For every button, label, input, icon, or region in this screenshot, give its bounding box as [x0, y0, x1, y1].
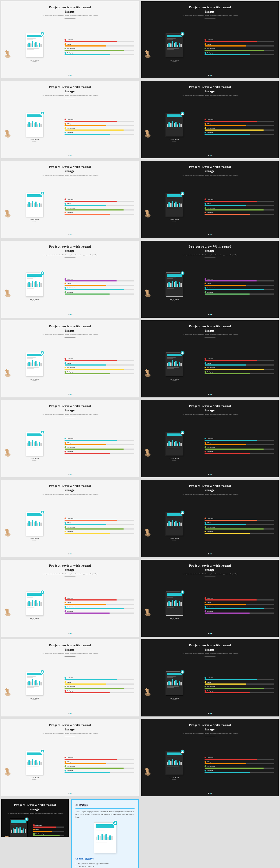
person-name: Martin David — [170, 139, 179, 141]
dot-2-active[interactable] — [209, 234, 211, 236]
skill-item: Developing — [204, 610, 274, 614]
slide-divider — [64, 417, 76, 417]
dot-1[interactable] — [68, 713, 69, 714]
dot-2-active[interactable] — [69, 314, 71, 315]
dot-1[interactable] — [208, 633, 209, 634]
person-title: Developer — [170, 380, 179, 381]
slide-content: Martin David Developer Leader Ship — [146, 339, 274, 393]
person-title: Developer — [170, 699, 179, 700]
dot-3[interactable] — [211, 793, 213, 794]
dot-2-active[interactable] — [209, 394, 211, 395]
person-name: Martin David — [30, 299, 39, 300]
dot-1[interactable] — [208, 474, 209, 475]
dot-3[interactable] — [71, 394, 73, 395]
dot-3[interactable] — [71, 633, 73, 634]
dot-2-active[interactable] — [209, 553, 211, 554]
dot-2-active[interactable] — [209, 713, 211, 714]
slide-title: Project review with roundimage — [49, 245, 91, 253]
dot-1[interactable] — [68, 234, 69, 236]
slide-title: Project review with roundimage — [49, 165, 91, 174]
person-name: Martin David — [30, 777, 39, 779]
svg-point-54 — [42, 432, 43, 433]
person-title: Developer — [170, 141, 179, 142]
dot-2-active[interactable] — [69, 394, 71, 395]
dot-2-active[interactable] — [69, 633, 71, 634]
dot-2-active[interactable] — [69, 234, 71, 236]
skill-item: Editing — [64, 601, 134, 605]
dot-2-active[interactable] — [69, 553, 71, 554]
dot-3[interactable] — [211, 553, 213, 554]
dot-3[interactable] — [71, 155, 73, 156]
dot-3[interactable] — [71, 474, 73, 475]
dot-3[interactable] — [71, 553, 73, 554]
skill-item: Editing — [204, 283, 274, 286]
skill-item: Editing — [204, 601, 274, 605]
dot-3[interactable] — [211, 155, 213, 156]
dot-3[interactable] — [211, 474, 213, 475]
dot-2-active[interactable] — [209, 793, 211, 794]
dot-2-active[interactable] — [209, 75, 211, 76]
dot-3[interactable] — [211, 633, 213, 634]
dot-3[interactable] — [211, 394, 213, 395]
person-name: Martin David — [170, 538, 179, 539]
dot-2-active[interactable] — [69, 793, 71, 794]
dot-1[interactable] — [68, 633, 69, 634]
right-section: Leader Ship Editing Web De — [204, 677, 274, 693]
dot-3[interactable] — [211, 234, 213, 236]
left-section: Martin David Developer — [6, 670, 63, 700]
skill-item: Leader Ship — [64, 278, 134, 281]
person-name-section: Martin David Developer — [30, 618, 39, 620]
hand-icon — [145, 286, 155, 298]
dot-1[interactable] — [68, 75, 69, 76]
svg-point-99 — [182, 751, 183, 752]
person-name-section: Martin David Developer — [30, 458, 39, 461]
skill-item: Leader Ship — [64, 39, 134, 42]
dot-1[interactable] — [208, 553, 209, 554]
dot-3[interactable] — [211, 75, 213, 76]
dot-3[interactable] — [211, 713, 213, 714]
dot-3[interactable] — [71, 314, 73, 315]
slide-subtitle: It is a long established fact that a rea… — [181, 733, 238, 734]
dot-3[interactable] — [71, 234, 73, 236]
dot-1[interactable] — [68, 155, 69, 156]
dot-1[interactable] — [68, 474, 69, 475]
dot-2-active[interactable] — [209, 314, 211, 315]
dot-1[interactable] — [208, 75, 209, 76]
dot-2-active[interactable] — [69, 155, 71, 156]
dot-2-active[interactable] — [209, 474, 211, 475]
dot-1[interactable] — [68, 314, 69, 315]
dot-2-active[interactable] — [69, 75, 71, 76]
dot-3[interactable] — [71, 793, 73, 794]
dot-1[interactable] — [68, 793, 69, 794]
pagination — [208, 234, 213, 236]
slide-21: Project review with roundimage It is a l… — [1, 799, 69, 837]
dot-2-active[interactable] — [209, 155, 211, 156]
pagination — [68, 793, 73, 794]
dot-1[interactable] — [68, 553, 69, 554]
skill-item: Developing — [64, 770, 134, 773]
pagination — [68, 474, 73, 475]
dot-1[interactable] — [68, 394, 69, 395]
dot-1[interactable] — [208, 793, 209, 794]
slide-divider — [204, 417, 216, 417]
dot-3[interactable] — [71, 713, 73, 714]
dot-3[interactable] — [211, 314, 213, 315]
dot-2-active[interactable] — [69, 474, 71, 475]
dot-1[interactable] — [208, 234, 209, 236]
dot-1[interactable] — [208, 314, 209, 315]
dot-2-active[interactable] — [69, 713, 71, 714]
person-name-section: Martin David Developer — [170, 139, 179, 142]
slide-divider — [204, 577, 216, 577]
dot-1[interactable] — [208, 394, 209, 395]
skill-item: Developing — [64, 132, 134, 135]
slide-19: Project review with roundimage It is a l… — [1, 719, 139, 796]
dot-1[interactable] — [208, 155, 209, 156]
dot-1[interactable] — [208, 713, 209, 714]
right-section: Leader Ship Editing Web De — [204, 756, 274, 773]
dot-2-active[interactable] — [209, 633, 211, 634]
svg-point-14 — [42, 113, 43, 114]
dot-3[interactable] — [71, 75, 73, 76]
resume-image — [146, 192, 203, 218]
slide-content: Martin David Developer Leader Ship — [146, 100, 274, 154]
slide-wrapper-17: Project review with roundimage It is a l… — [0, 638, 140, 718]
